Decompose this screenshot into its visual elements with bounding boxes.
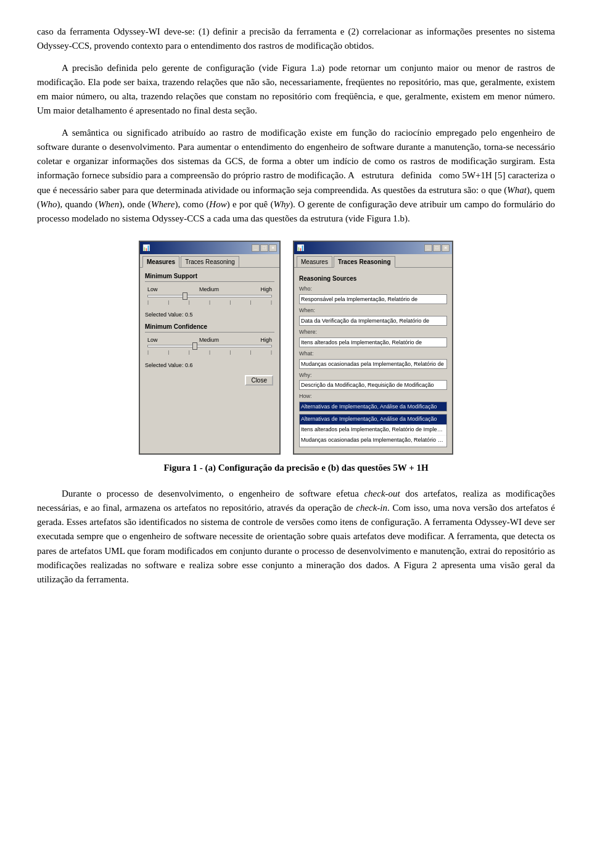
slider1-high: High [260,286,272,294]
left-window-body: Minimum Support Low Medium High ||||||| … [140,268,279,389]
left-window-titlebar: 📊 _ □ × [140,242,279,254]
right-window-title: 📊 [297,243,304,253]
right-close-x-button[interactable]: × [442,244,450,252]
reasoning-listbox[interactable]: Alternativas de Implementação, Análise d… [299,414,447,447]
paragraph-4: Durante o processo de desenvolvimento, o… [37,487,555,587]
who-row: Who: Responsável pela Implementação, Rel… [299,285,447,304]
listbox-row: Alternativas de Implementação, Análise d… [299,414,447,447]
slider2-thumb[interactable] [192,342,197,350]
paragraph-1: caso da ferramenta Odyssey-WI deve-se: (… [37,25,555,54]
where-select[interactable]: Itens alterados pela Implementação, Rela… [299,337,447,347]
min-confidence-label: Minimum Confidence [145,322,274,333]
slider2-track[interactable] [147,345,272,347]
min-support-label: Minimum Support [145,271,274,282]
who-select[interactable]: Responsável pela Implementação, Relatóri… [299,294,447,304]
listbox-item-2[interactable]: Itens alterados pela Implementação, Rela… [300,425,446,436]
listbox-item-1[interactable]: Alternativas de Implementação, Análise d… [300,415,446,425]
right-window: 📊 _ □ × Measures Traces Reasoning Reason… [293,241,453,455]
who-label: Who: [299,285,447,294]
left-window-controls[interactable]: _ □ × [252,244,277,252]
where-row: Where: Itens alterados pela Implementaçã… [299,328,447,347]
listbox-item-3[interactable]: Mudanças ocasionadas pela Implementação,… [300,436,446,446]
slider2-high: High [260,336,272,345]
minimize-button[interactable]: _ [252,244,260,252]
when-label: When: [299,307,447,315]
when-row: When: Data da Verificação da Implementaç… [299,307,447,326]
listbox-item-4[interactable]: Responsável pela Análise, Análise da Mod… [300,446,446,447]
how-label: How: [299,392,447,401]
slider2-selected-value: Selected Value: 0.6 [145,362,274,370]
what-select[interactable]: Mudanças ocasionadas pela Implementação,… [299,359,447,369]
left-window-tabs: Measures Traces Reasoning [140,254,279,268]
slider1-selected-value: Selected Value: 0.5 [145,311,274,320]
how-select[interactable]: Alternativas de Implementação, Análise d… [299,402,447,411]
maximize-button[interactable]: □ [260,244,268,252]
main-content: caso da ferramenta Odyssey-WI deve-se: (… [37,25,555,226]
reasoning-sources-label: Reasoning Sources [299,274,447,284]
why-select[interactable]: Descrição da Modificação, Requisição de … [299,380,447,390]
slider2-low: Low [147,336,158,345]
tab-measures[interactable]: Measures [142,256,179,268]
why-row: Why: Descrição da Modificação, Requisiçã… [299,371,447,391]
what-label: What: [299,350,447,358]
paragraph-2: A precisão definida pelo gerente de conf… [37,61,555,118]
right-window-body: Reasoning Sources Who: Responsável pela … [294,268,452,453]
close-button[interactable]: Close [245,375,273,386]
figure-caption: Figura 1 - (a) Configuração da precisão … [37,461,555,475]
slider2-labels: Low Medium High [147,336,272,345]
right-maximize-button[interactable]: □ [433,244,441,252]
slider2-container: Low Medium High ||||||| [145,335,274,358]
left-window-title: 📊 [142,243,150,253]
slider1-low: Low [147,286,158,294]
right-minimize-button[interactable]: _ [424,244,432,252]
when-select[interactable]: Data da Verificação da Implementação, Re… [299,316,447,326]
slider1-ticks: ||||||| [147,299,272,306]
what-row: What: Mudanças ocasionadas pela Implemen… [299,350,447,369]
why-label: Why: [299,371,447,380]
slider1-container: Low Medium High ||||||| [145,284,274,307]
slider2-ticks: ||||||| [147,349,272,356]
slider1-labels: Low Medium High [147,286,272,294]
where-label: Where: [299,328,447,337]
figure-area: 📊 _ □ × Measures Traces Reasoning Minimu… [37,241,555,455]
slider1-medium: Medium [199,286,219,294]
how-row: How: Alternativas de Implementação, Anál… [299,392,447,411]
right-window-controls[interactable]: _ □ × [424,244,450,252]
slider2-medium: Medium [199,336,219,345]
tab-measures-right[interactable]: Measures [297,256,332,268]
left-window: 📊 _ □ × Measures Traces Reasoning Minimu… [139,241,281,455]
slider1-thumb[interactable] [183,292,187,300]
paragraph-3: A semântica ou significado atribuído ao … [37,126,555,226]
tab-traces-reasoning-right[interactable]: Traces Reasoning [334,256,395,268]
tab-traces-reasoning-left[interactable]: Traces Reasoning [181,256,239,268]
close-button-area: Close [145,375,273,386]
close-x-button[interactable]: × [269,244,277,252]
slider1-track[interactable] [147,295,272,297]
content-block-2: Durante o processo de desenvolvimento, o… [37,487,555,587]
right-window-titlebar: 📊 _ □ × [294,242,452,254]
right-window-tabs: Measures Traces Reasoning [294,254,452,268]
